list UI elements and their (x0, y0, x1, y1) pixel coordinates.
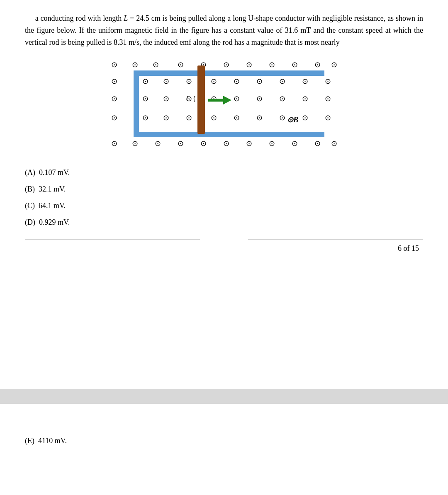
svg-text:⊙: ⊙ (142, 114, 149, 122)
arrow-body (208, 99, 224, 102)
svg-text:⊙: ⊙ (279, 77, 285, 85)
svg-text:⊙: ⊙ (132, 61, 138, 69)
divider-section: 6 of 15 (25, 240, 423, 253)
svg-text:⊙: ⊙ (211, 77, 217, 85)
svg-text:⊙: ⊙ (325, 77, 331, 85)
svg-text:⊙: ⊙ (256, 95, 263, 103)
svg-text:⊙: ⊙ (302, 77, 308, 85)
svg-text:⊙: ⊙ (269, 61, 275, 69)
dot-row-4: ⊙ ⊙ ⊙ ⊙ ⊙ ⊙ ⊙ ⊙ ⊙ ⊙ ⊙ (111, 139, 337, 148)
svg-text:⊙: ⊙ (223, 139, 229, 148)
svg-text:⊙: ⊙ (163, 77, 169, 85)
choice-b: (B) 32.1 mV. (25, 182, 423, 197)
svg-text:⊙: ⊙ (234, 77, 240, 85)
svg-text:⊙: ⊙ (223, 61, 229, 69)
svg-text:⊙: ⊙ (200, 139, 207, 148)
svg-text:⊙: ⊙ (111, 77, 117, 85)
choice-e-text: (E) 4110 mV. (25, 437, 67, 445)
problem-text-content: a conducting rod with length L = 24.5 cm… (25, 14, 423, 46)
choice-c-text: (C) 64.1 mV. (25, 201, 66, 210)
svg-text:⊙: ⊙ (325, 114, 331, 122)
svg-text:⊙: ⊙ (314, 139, 321, 148)
dot-row-0: ⊙ ⊙ ⊙ ⊙ ⊙ ⊙ ⊙ ⊙ ⊙ ⊙ ⊙ (111, 61, 337, 69)
diagram-svg: ⊙ ⊙ ⊙ ⊙ ⊙ ⊙ ⊙ ⊙ ⊙ ⊙ ⊙ (108, 58, 340, 153)
divider-left (25, 240, 200, 240)
svg-text:⊙: ⊙ (302, 95, 308, 103)
choice-c: (C) 64.1 mV. (25, 198, 423, 213)
svg-text:⊙: ⊙ (153, 61, 159, 69)
svg-text:⊙: ⊙ (186, 114, 192, 122)
choice-a-text: (A) 0.107 mV. (25, 168, 70, 177)
svg-text:⊙: ⊙ (256, 114, 263, 122)
choice-d-text: (D) 0.929 mV. (25, 218, 70, 226)
svg-text:⊙: ⊙ (279, 95, 285, 103)
svg-text:⊙: ⊙ (132, 139, 138, 148)
svg-text:⊙: ⊙ (269, 139, 275, 148)
choice-e-container: (E) 4110 mV. (25, 437, 67, 445)
divider-row (25, 240, 423, 240)
top-rail (134, 70, 324, 76)
svg-text:⊙: ⊙ (178, 139, 184, 148)
bottom-rail (134, 132, 324, 137)
svg-text:⊙: ⊙ (111, 139, 117, 148)
svg-text:⊙: ⊙ (142, 77, 149, 85)
divider-right (248, 240, 423, 240)
l-label: L (185, 94, 190, 102)
choice-b-text: (B) 32.1 mV. (25, 185, 66, 193)
choice-d: (D) 0.929 mV. (25, 215, 423, 230)
diagram-container: ⊙ ⊙ ⊙ ⊙ ⊙ ⊙ ⊙ ⊙ ⊙ ⊙ ⊙ (25, 58, 423, 153)
svg-text:⊙: ⊙ (163, 114, 169, 122)
gray-separator-bar (0, 389, 448, 404)
page-number: 6 of 15 (398, 244, 419, 253)
problem-text: a conducting rod with length L = 24.5 cm… (25, 12, 423, 48)
svg-text:⊙: ⊙ (292, 139, 298, 148)
svg-text:⊙: ⊙ (211, 114, 217, 122)
answer-choices: (A) 0.107 mV. (B) 32.1 mV. (C) 64.1 mV. … (25, 165, 423, 230)
svg-text:⊙: ⊙ (178, 61, 184, 69)
left-rail (134, 70, 139, 137)
main-content: a conducting rod with length L = 24.5 cm… (0, 0, 448, 253)
svg-text:⊙: ⊙ (246, 139, 252, 148)
svg-text:⊙: ⊙ (325, 95, 331, 103)
svg-text:⊙: ⊙ (292, 61, 298, 69)
svg-text:⊙: ⊙ (111, 95, 117, 103)
svg-text:⊙: ⊙ (111, 114, 117, 122)
conducting-rod (197, 66, 205, 134)
svg-text:⊙: ⊙ (246, 61, 252, 69)
b-label: ⊙B (287, 116, 298, 124)
svg-text:⊙: ⊙ (331, 139, 337, 148)
svg-text:⊙: ⊙ (302, 114, 308, 122)
choice-a: (A) 0.107 mV. (25, 165, 423, 180)
svg-text:⊙: ⊙ (234, 114, 240, 122)
svg-text:⊙: ⊙ (186, 77, 192, 85)
svg-text:⊙: ⊙ (142, 95, 149, 103)
arrow-head (223, 96, 231, 104)
l-brace: { (192, 95, 196, 103)
diagram: ⊙ ⊙ ⊙ ⊙ ⊙ ⊙ ⊙ ⊙ ⊙ ⊙ ⊙ (108, 58, 340, 153)
svg-text:⊙: ⊙ (314, 61, 321, 69)
svg-text:⊙: ⊙ (256, 77, 263, 85)
svg-text:⊙: ⊙ (163, 95, 169, 103)
dot-row-1: ⊙ ⊙ ⊙ ⊙ ⊙ ⊙ ⊙ ⊙ ⊙ ⊙ (111, 77, 331, 85)
svg-text:⊙: ⊙ (155, 139, 161, 148)
svg-text:⊙: ⊙ (111, 61, 117, 69)
svg-text:⊙: ⊙ (234, 95, 240, 103)
svg-text:⊙: ⊙ (279, 114, 285, 122)
svg-text:⊙: ⊙ (331, 61, 337, 69)
page-number-row: 6 of 15 (25, 244, 423, 253)
